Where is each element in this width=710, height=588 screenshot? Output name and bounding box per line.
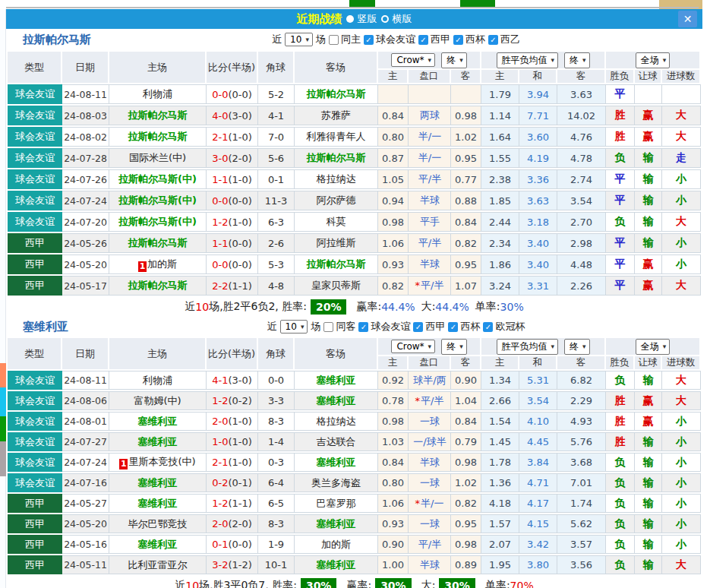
home-team: 利物浦: [109, 371, 207, 390]
handicap-text: 平手: [420, 216, 440, 227]
league-type-badge: 球会友谊: [8, 212, 62, 232]
handicap: 一球: [409, 514, 451, 533]
away-team: 阿尔萨德: [295, 191, 378, 210]
fulltime-score: 4-1: [212, 375, 228, 386]
home-team: 塞维利亚: [109, 473, 207, 492]
summary-count: 10: [185, 580, 199, 588]
league-checkbox[interactable]: ✓西杯: [448, 320, 480, 334]
away-team: 拉斯帕尔马斯: [295, 254, 378, 274]
checkbox-checked-icon: ✓: [358, 322, 368, 332]
handicap-text: 半球: [420, 559, 440, 571]
match-date: 24-05-11: [62, 555, 109, 574]
halftime-score: (0-0): [228, 238, 251, 249]
summary-rate-value: 30%: [375, 578, 412, 588]
odds-away: 0.95: [451, 254, 481, 274]
league-checkbox[interactable]: ✓西杯: [453, 33, 485, 46]
away-team-name: 皇家贝蒂斯: [311, 280, 361, 291]
summary-rates: 赢率:30%大:30%单率:70%: [340, 578, 533, 588]
handicap: 半/一: [409, 127, 451, 147]
league-checkbox[interactable]: ✓球会友谊: [358, 320, 410, 334]
odds-home: 1.00: [378, 555, 409, 574]
radio-vertical-selected[interactable]: [346, 15, 354, 23]
radio-horizontal[interactable]: [381, 15, 389, 23]
chevron-down-icon: ▾: [459, 343, 463, 350]
column-header-corner: 角球: [258, 52, 295, 83]
result-goals: 大: [662, 371, 701, 390]
fulltime-score: 1-1: [212, 238, 228, 249]
handicap: 两球: [409, 106, 451, 125]
result-handicap: 输: [635, 473, 662, 492]
final-average-select[interactable]: 终 ▾: [564, 52, 590, 68]
fulltime-score: 2-0: [212, 416, 228, 427]
radio-horizontal-label[interactable]: 横版: [393, 12, 412, 26]
league-checkbox[interactable]: ✓西甲: [418, 33, 450, 46]
close-button[interactable]: ✕: [678, 11, 697, 27]
column-subheader: 让球: [635, 356, 662, 369]
matches-table: 类型 日期 主场 比分(半场) 角球 客场 Crow* ▾ 终: [8, 337, 701, 576]
league-checkbox[interactable]: ✓球会友谊: [364, 33, 415, 46]
fulltime-score: 2-1: [212, 457, 228, 468]
league-checkbox[interactable]: ✓西乙: [488, 33, 520, 46]
avg-draw-odds: 4.17: [519, 494, 557, 513]
league-label: 西甲: [431, 33, 450, 46]
result-handicap: 输: [635, 432, 662, 451]
column-subheader: 主: [378, 356, 409, 369]
match-date: 24-07-24: [62, 191, 109, 210]
match-count-select[interactable]: 10 ▾: [285, 33, 313, 46]
home-team-name: 塞维利亚: [138, 539, 178, 550]
fulltime-score: 1-2: [212, 395, 228, 406]
dialog-title: 近期战绩: [297, 12, 342, 27]
avg-draw-odds: 3.40: [519, 254, 557, 274]
league-type-badge: 球会友谊: [8, 412, 62, 431]
home-team: 塞维利亚: [109, 412, 207, 431]
match-row: 球会友谊 24-08-03 拉斯帕尔马斯 4-0(3-0) 4-1 苏雅萨 0.…: [8, 106, 701, 125]
wdl-average-select[interactable]: 胜平负均值 ▾: [497, 52, 559, 68]
halftime-score: (1-1): [228, 280, 251, 292]
red-card-badge: 1: [138, 261, 147, 272]
home-team: 拉斯帕尔马斯(中): [109, 212, 207, 232]
match-count-select[interactable]: 10 ▾: [280, 320, 308, 334]
handicap-text: 一/球半: [413, 436, 446, 447]
handicap: 球半/两: [409, 371, 451, 390]
score: 1-2(1-0): [207, 212, 258, 232]
final-odds-select[interactable]: 终 ▾: [441, 52, 467, 68]
summary-rate-value: 30%: [500, 301, 524, 313]
summary-rate-label: 单率:: [485, 579, 510, 588]
column-header-home: 主场: [109, 52, 207, 83]
match-row: 西甲 24-05-16 塞维利亚 0-1(0-0) 1-9 加的斯 0.90 平…: [8, 535, 701, 554]
avg-away-odds: 1.74: [557, 494, 606, 513]
final-odds-select[interactable]: 终 ▾: [441, 339, 467, 355]
league-checkbox[interactable]: ✓西甲: [413, 320, 445, 334]
match-date: 24-08-03: [62, 106, 109, 125]
same-venue-label: 同主: [341, 33, 361, 46]
same-venue-checkbox[interactable]: 同主: [329, 33, 361, 46]
league-label: 西杯: [465, 33, 485, 46]
corner-score: 8-3: [258, 514, 295, 533]
result-goals: 大: [662, 212, 701, 232]
radio-vertical-label[interactable]: 竖版: [358, 12, 377, 26]
away-team-name: 拉斯帕尔马斯: [307, 88, 366, 100]
full-match-select[interactable]: 全场 ▾: [636, 52, 671, 68]
summary-text: 场,胜3平0负7, 胜率:: [199, 579, 297, 588]
home-team-name: 塞维利亚: [138, 477, 178, 488]
final-average-select[interactable]: 终 ▾: [564, 339, 590, 355]
avg-draw-odds: 3.18: [519, 212, 557, 232]
column-subheader: 客: [451, 70, 481, 83]
checkbox-checked-icon: ✓: [488, 35, 498, 45]
wdl-average-select[interactable]: 胜平负均值 ▾: [497, 339, 559, 355]
home-team: 拉斯帕尔马斯: [109, 276, 207, 296]
chevron-down-icon: ▾: [459, 56, 463, 64]
league-checkbox[interactable]: ✓欧冠杯: [483, 320, 525, 334]
avg-away-odds: 2.74: [557, 169, 606, 189]
league-type-badge: 西甲: [8, 555, 62, 574]
avg-away-odds: 14.02: [557, 106, 606, 125]
handicap-text: 半球: [420, 258, 440, 270]
page-behind-button-fragment: [460, 0, 495, 7]
odds-company-select[interactable]: Crow* ▾: [391, 340, 435, 353]
score: 1-2(0-2): [207, 391, 258, 410]
odds-company-select[interactable]: Crow* ▾: [391, 53, 435, 67]
handicap: 半球: [409, 555, 451, 574]
same-venue-checkbox[interactable]: 同客: [323, 320, 355, 334]
full-match-select[interactable]: 全场 ▾: [636, 339, 671, 355]
avg-home-odds: 2.38: [481, 169, 519, 189]
